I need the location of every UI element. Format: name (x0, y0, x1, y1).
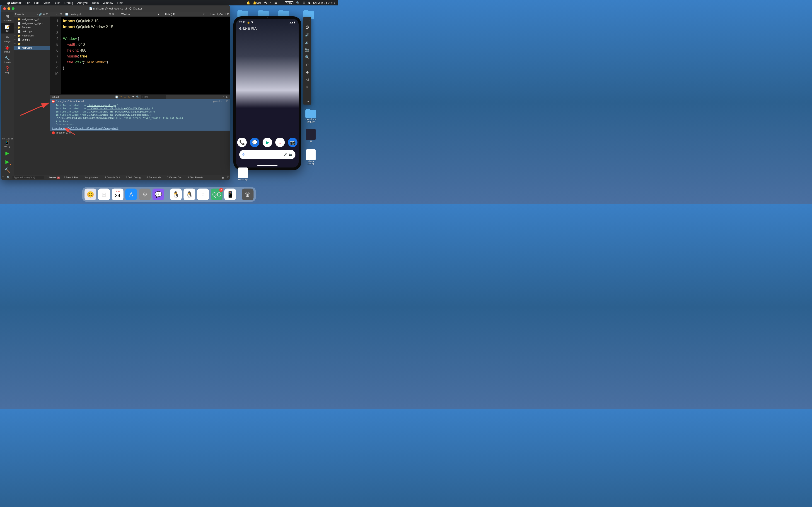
overview-icon[interactable]: □ (306, 92, 308, 96)
emulator-app-icon[interactable]: 📷 (288, 137, 298, 147)
emulator-app-icon[interactable]: 💬 (250, 137, 259, 147)
dock-app-icon[interactable]: QC2 (211, 188, 222, 200)
locator-input[interactable] (12, 176, 44, 179)
output-tab[interactable]: 1 Issues 2 (47, 176, 60, 179)
camera-icon[interactable]: 📷 (305, 48, 309, 52)
mode-debug[interactable]: 🐞Debug (1, 44, 14, 54)
issue-item[interactable]: ⛔ 'type_traits' file not found qglobal.h… (50, 99, 230, 104)
tree-row[interactable]: ▾📁test_opencv_qt (14, 17, 50, 21)
menu-tools[interactable]: Tools (92, 1, 99, 5)
ime-indicator[interactable]: A ABC (285, 1, 293, 4)
mic-icon[interactable]: 🎤 (284, 153, 287, 156)
code-editor[interactable]: ▾ 12345678910 import QtQuick 2.15 import… (50, 17, 230, 94)
control-center-icon[interactable]: ☰ (302, 1, 305, 5)
issues-filter-icon[interactable]: ▼ (132, 96, 134, 98)
android-emulator[interactable]: 22:17 🔒 ◥ ◢◢▮ 6月24日周六 📞💬▶○📷 G 🎤 📷 (233, 16, 301, 170)
battery-icon[interactable]: ▭ (274, 1, 277, 5)
output-tab[interactable]: 2 Search Res... (63, 176, 81, 179)
back-icon[interactable]: ◁ (306, 77, 309, 82)
zip-file-icon[interactable] (238, 168, 248, 178)
nav-fwd-icon[interactable]: › (55, 13, 58, 16)
dock-app-icon[interactable]: ○ (197, 188, 209, 200)
panel-split-icon[interactable]: ⊞ (43, 13, 45, 16)
editor-tab-name[interactable]: main.qml (70, 13, 81, 16)
tree-row[interactable]: 📄main.qml (14, 46, 50, 50)
zoom-icon[interactable]: 🔍 (305, 55, 309, 59)
spotlight-icon[interactable]: 🔍 (296, 1, 300, 5)
zip-file-icon[interactable] (306, 150, 316, 160)
lens-icon[interactable]: 📷 (289, 153, 292, 156)
panel-filter-icon[interactable]: ≡ (37, 13, 38, 16)
bluetooth-icon[interactable]: ᛭ (270, 1, 272, 5)
issues-cat-icon[interactable]: 📑 (115, 96, 118, 99)
rotate-icon[interactable]: ◇ (306, 62, 309, 67)
tree-row[interactable]: 📄main.cpp (14, 30, 50, 34)
editor-menu-icon[interactable]: ⊞ (227, 13, 229, 16)
volume-down-icon[interactable]: 🔉 (305, 40, 309, 44)
mode-edit[interactable]: 📝Edit (1, 23, 14, 34)
menu-build[interactable]: Build (54, 1, 60, 5)
power-icon[interactable]: ⏻ (305, 25, 309, 30)
emulator-app-icon[interactable]: 📞 (237, 137, 247, 147)
wifi-icon[interactable]: ◡ (280, 1, 282, 5)
emulator-search[interactable]: G 🎤 📷 (239, 150, 295, 159)
emulator-nav-handle[interactable] (257, 165, 277, 166)
tree-row[interactable]: ▾📁Sources (14, 25, 50, 30)
output-tab[interactable]: 8 Test Results (188, 176, 203, 179)
build-button[interactable]: 🔨 (1, 166, 14, 175)
record-icon[interactable]: ⦿ (264, 1, 267, 5)
issues-max-icon[interactable]: ☐ (226, 96, 229, 99)
output-tab[interactable]: 3 Application ... (84, 176, 101, 179)
mode-projects[interactable]: 🔧Projects (1, 54, 14, 65)
panel-link-icon[interactable]: 🔗 (39, 13, 42, 16)
menu-file[interactable]: File (26, 1, 30, 5)
project-tree[interactable]: ▾📁test_opencv_qt📄test_opencv_qt.pro▾📁Sou… (14, 17, 50, 50)
tree-row[interactable]: ▾📁Resources (14, 34, 50, 38)
nav-back-icon[interactable]: ‹ (51, 13, 53, 16)
panel-selector[interactable]: Projects (15, 13, 36, 16)
dock-app-icon[interactable]: 🐧 (170, 188, 182, 200)
siri-icon[interactable]: ◉ (308, 1, 310, 5)
mode-welcome[interactable]: ⊞Welcome (1, 13, 14, 23)
run-debug-button[interactable]: ▶● (1, 158, 14, 166)
menu-help[interactable]: Help (117, 1, 123, 5)
issue-item[interactable]: ⛔ [main.o] Error 1 (50, 130, 230, 135)
tree-row[interactable]: 📄test_opencv_qt.pro (14, 21, 50, 25)
dock-app-icon[interactable]: 🐧 (184, 188, 195, 200)
panel-close-icon[interactable]: ☐ (46, 13, 48, 16)
emulator-app-icon[interactable]: ○ (275, 137, 285, 147)
emulator-app-icon[interactable]: ▶ (263, 137, 272, 147)
notif-count-icon[interactable]: 🔔99+ (253, 1, 261, 5)
encoding-indicator[interactable]: Unix (LF) (165, 13, 175, 16)
cursor-position[interactable]: Line: 1, Col: 1 (210, 13, 226, 16)
menu-debug[interactable]: Debug (64, 1, 73, 5)
folder-icon[interactable] (305, 110, 316, 118)
mode-design[interactable]: ✏Design (1, 34, 14, 44)
dock-app-icon[interactable]: 📱 (224, 188, 236, 200)
dock-app-icon[interactable]: A (125, 188, 137, 200)
issues-up-icon[interactable]: ⌃ (120, 96, 122, 99)
menu-edit[interactable]: Edit (34, 1, 39, 5)
kit-selector[interactable]: test_...cv_qt📱Debug (1, 136, 14, 149)
mode-help[interactable]: ❓Help (1, 65, 14, 75)
rotate2-icon[interactable]: ◆ (306, 70, 309, 74)
tree-row[interactable]: ▾📄qml.qrc (14, 38, 50, 42)
dock-app-icon[interactable]: 💬 (152, 188, 164, 200)
menubar-date[interactable]: Sat Jun 24 22:17 (313, 1, 335, 5)
issue-path[interactable]: /Users/hackerx/Qt/6.5.1/android_x86_64/i… (50, 127, 230, 130)
sidebar-toggle-icon[interactable]: ☐ (2, 176, 4, 179)
dock-app-icon[interactable]: JUN24 (112, 188, 123, 200)
menu-analyze[interactable]: Analyze (77, 1, 88, 5)
bookmark-icon[interactable]: ◫ (59, 13, 63, 16)
tree-row[interactable]: ▾📁/ (14, 42, 50, 46)
notif-icon[interactable]: 🔔 (247, 1, 250, 5)
issues-collapse-icon[interactable]: ⌃ (222, 96, 224, 99)
emu-min-icon[interactable]: – (304, 19, 305, 21)
volume-up-icon[interactable]: 🔊 (305, 33, 309, 37)
output-tab[interactable]: 7 Version Con... (167, 176, 185, 179)
output-tab[interactable]: 4 Compile Out... (104, 176, 122, 179)
menubar-appname[interactable]: Qt Creator (7, 1, 21, 5)
home-icon[interactable]: ○ (306, 85, 308, 89)
scope-selector[interactable]: Window (121, 13, 130, 16)
issues-down-icon[interactable]: ⌄ (124, 96, 126, 99)
